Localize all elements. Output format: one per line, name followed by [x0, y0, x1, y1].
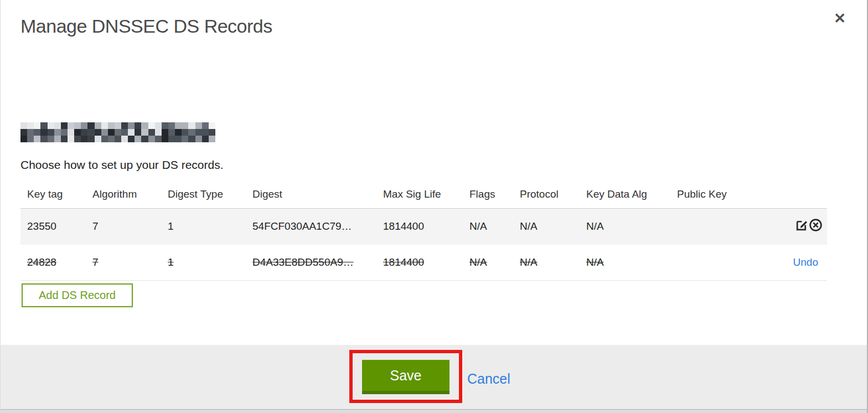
- dialog-footer: Save Cancel: [1, 345, 867, 409]
- cell-max-sig-life: 1814400: [376, 245, 463, 281]
- col-digest-type: Digest Type: [161, 183, 246, 209]
- col-max-sig-life: Max Sig Life: [376, 183, 463, 209]
- cell-protocol: N/A: [513, 245, 580, 281]
- ds-records-table: Key tag Algorithm Digest Type Digest Max…: [20, 183, 827, 281]
- row-actions: Undo: [766, 245, 827, 281]
- cell-protocol: N/A: [513, 209, 580, 245]
- edit-icon[interactable]: [795, 218, 809, 235]
- cell-digest-type: 1: [161, 209, 246, 245]
- add-ds-record-button[interactable]: Add DS Record: [22, 283, 133, 307]
- cell-public-key: [670, 209, 766, 245]
- cell-key-tag: 23550: [20, 209, 86, 245]
- undo-link[interactable]: Undo: [793, 256, 823, 268]
- remove-circle-icon[interactable]: [809, 218, 823, 235]
- table-header-row: Key tag Algorithm Digest Type Digest Max…: [20, 183, 827, 209]
- col-digest: Digest: [246, 183, 376, 209]
- cell-digest-type: 1: [161, 245, 246, 281]
- col-key-tag: Key tag: [20, 183, 86, 209]
- page-title: Manage DNSSEC DS Records: [20, 16, 272, 37]
- close-icon[interactable]: ✕: [834, 11, 846, 25]
- cell-key-tag: 24828: [20, 245, 86, 281]
- cell-public-key: [670, 245, 766, 281]
- cell-algorithm: 7: [86, 245, 161, 281]
- cell-flags: N/A: [463, 245, 513, 281]
- col-algorithm: Algorithm: [86, 183, 161, 209]
- instruction-text: Choose how to set up your DS records.: [20, 158, 224, 172]
- row-actions: [766, 209, 827, 245]
- redacted-domain-name: [20, 122, 215, 142]
- cell-digest: 54FCF030AA1C79…: [246, 209, 376, 245]
- cancel-link[interactable]: Cancel: [467, 371, 510, 387]
- dnssec-dialog: Manage DNSSEC DS Records ✕ Choose how to…: [0, 0, 868, 413]
- cell-algorithm: 7: [86, 209, 161, 245]
- page-edge-divider: [1, 409, 867, 413]
- cell-key-data-alg: N/A: [580, 245, 670, 281]
- col-protocol: Protocol: [513, 183, 580, 209]
- cell-digest: D4A33E8DD550A9…: [246, 245, 376, 281]
- annotation-red-box: Save: [349, 350, 462, 403]
- cell-flags: N/A: [463, 209, 513, 245]
- cell-key-data-alg: N/A: [580, 209, 670, 245]
- col-key-data-alg: Key Data Alg: [580, 183, 670, 209]
- col-flags: Flags: [463, 183, 513, 209]
- cell-max-sig-life: 1814400: [376, 209, 463, 245]
- col-public-key: Public Key: [670, 183, 766, 209]
- table-row-deleted: 24828 7 1 D4A33E8DD550A9… 1814400 N/A N/…: [20, 245, 827, 281]
- col-actions: [766, 183, 827, 209]
- save-button[interactable]: Save: [362, 360, 450, 394]
- table-row: 23550 7 1 54FCF030AA1C79… 1814400 N/A N/…: [20, 209, 827, 245]
